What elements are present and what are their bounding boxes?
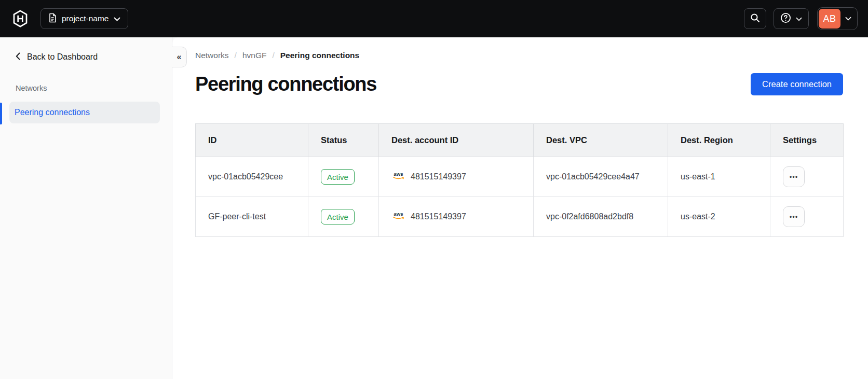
svg-text:aws: aws — [394, 171, 403, 177]
column-header-status: Status — [308, 124, 379, 157]
row-settings-menu-button[interactable]: ••• — [783, 206, 805, 227]
user-menu-button[interactable]: AB — [817, 7, 858, 30]
sidebar-item-label: Peering connections — [15, 108, 90, 117]
breadcrumb-hvn[interactable]: hvnGF — [242, 51, 267, 60]
document-icon — [48, 13, 57, 25]
account-id-text: 481515149397 — [411, 212, 466, 221]
aws-logo-icon: aws — [391, 171, 405, 183]
column-header-settings: Settings — [770, 124, 844, 157]
cell-dest-account-id: aws 481515149397 — [379, 157, 534, 197]
column-header-dest-account-id: Dest. account ID — [379, 124, 534, 157]
cell-dest-vpc: vpc-01acb05429cee4a47 — [534, 157, 668, 197]
chevron-left-icon — [16, 52, 20, 62]
collapse-sidebar-icon: « — [177, 52, 182, 62]
main-content: « Networks / hvnGF / Peering connections… — [172, 37, 868, 379]
column-header-dest-vpc: Dest. VPC — [534, 124, 668, 157]
breadcrumb-networks[interactable]: Networks — [195, 51, 229, 60]
help-icon — [780, 12, 791, 25]
title-row: Peering connections Create connection — [195, 71, 843, 97]
breadcrumb-current: Peering connections — [280, 51, 359, 60]
chevron-down-icon — [840, 17, 856, 21]
ellipsis-icon: ••• — [790, 173, 798, 181]
app-window: project-name — [0, 0, 868, 379]
table-header-row: ID Status Dest. account ID Dest. VPC Des… — [196, 124, 844, 157]
ellipsis-icon: ••• — [790, 213, 798, 221]
svg-text:aws: aws — [394, 211, 403, 217]
cell-dest-vpc: vpc-0f2afd6808ad2bdf8 — [534, 197, 668, 237]
peering-connections-table: ID Status Dest. account ID Dest. VPC Des… — [195, 123, 844, 237]
cell-dest-account-id: aws 481515149397 — [379, 197, 534, 237]
cell-status: Active — [308, 157, 379, 197]
active-item-accent-bar — [0, 103, 2, 124]
sidebar-section-networks: Networks — [16, 84, 172, 92]
sidebar: Back to Dashboard Networks Peering conne… — [0, 37, 172, 379]
sidebar-collapse-button[interactable]: « — [172, 47, 187, 67]
cell-status: Active — [308, 197, 379, 237]
avatar: AB — [819, 9, 840, 29]
account-id-text: 481515149397 — [411, 172, 466, 181]
cell-dest-region: us-east-1 — [668, 157, 770, 197]
search-icon — [750, 13, 760, 24]
back-to-dashboard-link[interactable]: Back to Dashboard — [16, 50, 172, 64]
row-settings-menu-button[interactable]: ••• — [783, 166, 805, 187]
body-row: Back to Dashboard Networks Peering conne… — [0, 37, 868, 379]
top-bar: project-name — [0, 0, 868, 37]
breadcrumb-separator: / — [272, 51, 274, 60]
cell-settings: ••• — [770, 197, 844, 237]
column-header-id: ID — [196, 124, 308, 157]
search-button[interactable] — [744, 8, 766, 29]
chevron-down-icon — [114, 14, 120, 23]
breadcrumb-separator: / — [235, 51, 237, 60]
cell-dest-region: us-east-2 — [668, 197, 770, 237]
chevron-down-icon — [796, 15, 802, 23]
table-row: GF-peer-cli-test Active aws — [196, 197, 844, 237]
cell-settings: ••• — [770, 157, 844, 197]
back-to-dashboard-label: Back to Dashboard — [27, 52, 98, 62]
project-selector-label: project-name — [62, 14, 108, 23]
cell-id: vpc-01acb05429cee — [196, 157, 308, 197]
page-title: Peering connections — [195, 73, 376, 95]
hashicorp-logo-icon — [12, 9, 29, 28]
create-connection-button[interactable]: Create connection — [751, 73, 843, 95]
status-badge: Active — [321, 209, 355, 224]
cell-id: GF-peer-cli-test — [196, 197, 308, 237]
column-header-dest-region: Dest. Region — [668, 124, 770, 157]
aws-logo-icon: aws — [391, 211, 405, 222]
table-row: vpc-01acb05429cee Active aws — [196, 157, 844, 197]
status-badge: Active — [321, 169, 355, 185]
help-menu-button[interactable] — [774, 8, 809, 29]
sidebar-item-peering-connections[interactable]: Peering connections — [9, 102, 160, 123]
breadcrumb: Networks / hvnGF / Peering connections — [195, 51, 843, 60]
project-selector[interactable]: project-name — [40, 8, 128, 29]
